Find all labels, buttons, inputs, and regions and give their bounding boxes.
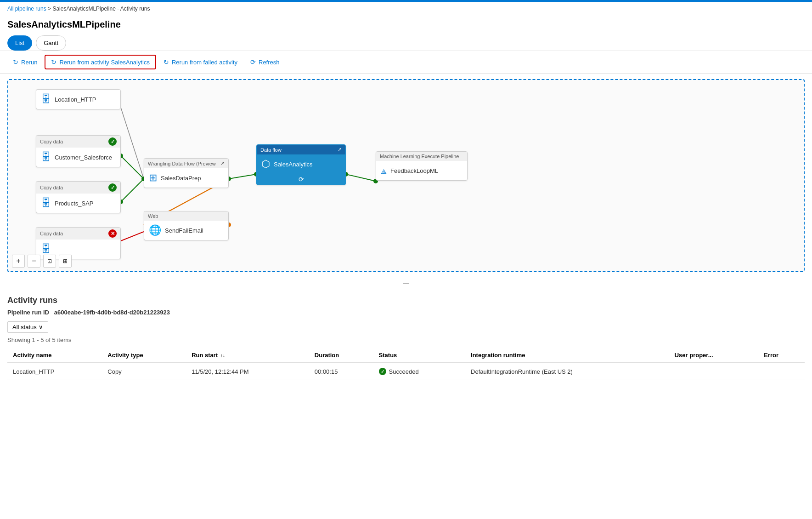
breadcrumb-link[interactable]: All pipeline runs — [7, 6, 46, 12]
breadcrumb-current: SalesAnalyticsMLPipeline - Activity runs — [52, 6, 150, 12]
tabs-row: List Gantt — [0, 35, 812, 51]
col-status: Status — [373, 348, 465, 363]
run-id-label: Pipeline run ID — [7, 309, 49, 316]
col-activity-type: Activity type — [102, 348, 186, 363]
db-icon-copydata3: 🗄 — [41, 243, 51, 255]
rerun-icon: ↻ — [13, 58, 18, 66]
svg-line-4 — [229, 174, 256, 179]
resize-handle[interactable]: — — [0, 278, 812, 288]
all-status-label: All status — [12, 324, 37, 331]
rerun-from-activity-button[interactable]: ↻ Rerun from activity SalesAnalytics — [45, 55, 156, 69]
node-sendfailemail-label: SendFailEmail — [165, 227, 203, 234]
node-products-header: Copy data — [40, 185, 63, 190]
node-feedbackloop-header: Machine Learning Execute Pipeline — [380, 154, 459, 159]
external-link-icon: ↗ — [220, 160, 225, 166]
cell-activity-name: Location_HTTP — [7, 363, 102, 380]
zoom-plus-button[interactable]: + — [12, 255, 25, 268]
rerun-activity-icon: ↻ — [51, 58, 56, 66]
node-sendfailemail-header: Web — [148, 213, 158, 219]
col-run-start[interactable]: Run start ↑↓ — [186, 348, 309, 363]
col-error: Error — [758, 348, 805, 363]
rerun-label: Rerun — [21, 59, 37, 66]
showing-text: Showing 1 - 5 of 5 items — [7, 336, 805, 343]
activity-runs-title: Activity runs — [7, 296, 805, 305]
breadcrumb: All pipeline runs > SalesAnalyticsMLPipe… — [0, 2, 812, 16]
run-id-value: a600eabe-19fb-4d0b-bd8d-d20b21223923 — [54, 309, 170, 316]
rerun-from-activity-label: Rerun from activity SalesAnalytics — [59, 59, 150, 66]
col-userprop: User proper... — [669, 348, 759, 363]
page-title: SalesAnalyticsMLPipeline — [0, 16, 812, 35]
node-salesanalytics-header: Data flow — [260, 147, 282, 153]
node-salesdataprep-header: Wrangling Data Flow (Preview — [148, 161, 216, 166]
cell-activity-type: Copy — [102, 363, 186, 380]
node-customer-label: Customer_Salesforce — [55, 154, 112, 161]
run-id: Pipeline run ID a600eabe-19fb-4d0b-bd8d-… — [7, 309, 805, 316]
copydata3-status-badge: ✕ — [108, 229, 117, 238]
external-link-icon-sa: ↗ — [338, 147, 342, 153]
sort-icon: ↑↓ — [220, 353, 225, 358]
node-products-label: Products_SAP — [55, 200, 94, 207]
refresh-small-icon: ⟳ — [299, 176, 304, 183]
zoom-controls: + − ⊡ ⊞ — [12, 255, 72, 268]
node-customer[interactable]: Copy data ✓ 🗄 Customer_Salesforce — [36, 135, 121, 167]
node-location-label: Location_HTTP — [55, 96, 96, 103]
status-dot: ✓ — [379, 368, 386, 375]
zoom-minus-button[interactable]: − — [28, 255, 40, 268]
node-location[interactable]: 🗄 Location_HTTP — [36, 89, 121, 109]
node-salesdataprep-label: SalesDataPrep — [161, 175, 201, 182]
node-salesanalytics-label: SalesAnalytics — [274, 161, 313, 168]
node-copydata3-header: Copy data — [40, 231, 63, 236]
tab-gantt[interactable]: Gantt — [36, 35, 66, 51]
web-icon-sendfailemail: 🌐 — [149, 224, 161, 236]
svg-line-3 — [121, 232, 144, 241]
refresh-button[interactable]: ⟳ Refresh — [245, 56, 285, 68]
svg-line-6 — [346, 174, 376, 181]
refresh-icon: ⟳ — [250, 58, 256, 66]
zoom-fit-button[interactable]: ⊡ — [43, 255, 56, 268]
table-row: Location_HTTP Copy 11/5/20, 12:12:44 PM … — [7, 363, 805, 380]
zoom-grid-button[interactable]: ⊞ — [59, 255, 72, 268]
toolbar: ↻ Rerun ↻ Rerun from activity SalesAnaly… — [0, 51, 812, 74]
df-icon-salesanalytics: ⬡ — [261, 158, 270, 170]
breadcrumb-separator: > — [48, 6, 52, 12]
rerun-from-failed-button[interactable]: ↻ Rerun from failed activity — [158, 56, 243, 68]
rerun-failed-icon: ↻ — [164, 58, 169, 66]
refresh-label: Refresh — [259, 59, 280, 66]
svg-line-0 — [121, 108, 144, 179]
db-icon-customer: 🗄 — [41, 151, 51, 163]
node-salesdataprep[interactable]: Wrangling Data Flow (Preview ↗ ⊞ SalesDa… — [144, 158, 229, 188]
svg-line-2 — [121, 179, 144, 202]
pipeline-canvas[interactable]: 🗄 Location_HTTP Copy data ✓ 🗄 Customer_S… — [7, 79, 805, 272]
tab-list[interactable]: List — [7, 35, 32, 51]
activity-runs-table: Activity name Activity type Run start ↑↓… — [7, 348, 805, 380]
status-label: Succeeded — [389, 368, 419, 375]
filter-row: All status ∨ — [7, 321, 805, 333]
svg-line-1 — [121, 156, 144, 179]
rerun-button[interactable]: ↻ Rerun — [7, 56, 43, 68]
cell-run-start: 11/5/20, 12:12:44 PM — [186, 363, 309, 380]
rerun-from-failed-label: Rerun from failed activity — [172, 59, 237, 66]
node-salesanalytics[interactable]: Data flow ↗ ⬡ SalesAnalytics ⟳ — [256, 144, 346, 185]
products-status-badge: ✓ — [108, 183, 117, 192]
activity-runs-section: Activity runs Pipeline run ID a600eabe-1… — [0, 288, 812, 388]
all-status-filter[interactable]: All status ∨ — [7, 321, 48, 333]
node-customer-header: Copy data — [40, 139, 63, 144]
col-duration: Duration — [309, 348, 373, 363]
node-sendfailemail[interactable]: Web 🌐 SendFailEmail — [144, 211, 229, 240]
db-icon-location: 🗄 — [41, 93, 51, 105]
ml-icon-feedbackloop: ⟁ — [381, 165, 387, 177]
node-products[interactable]: Copy data ✓ 🗄 Products_SAP — [36, 181, 121, 213]
cell-error — [758, 363, 805, 380]
node-feedbackloop-label: FeedbackLoopML — [390, 167, 438, 174]
chevron-down-icon: ∨ — [39, 324, 43, 331]
col-activity-name: Activity name — [7, 348, 102, 363]
cell-userprop — [669, 363, 759, 380]
cell-duration: 00:00:15 — [309, 363, 373, 380]
flow-icon-salesdataprep: ⊞ — [149, 172, 157, 184]
customer-status-badge: ✓ — [108, 137, 117, 146]
col-runtime: Integration runtime — [465, 348, 669, 363]
cell-runtime: DefaultIntegrationRuntime (East US 2) — [465, 363, 669, 380]
node-feedbackloop[interactable]: Machine Learning Execute Pipeline ⟁ Feed… — [376, 151, 468, 181]
col-run-start-label: Run start — [192, 352, 218, 359]
db-icon-products: 🗄 — [41, 197, 51, 209]
